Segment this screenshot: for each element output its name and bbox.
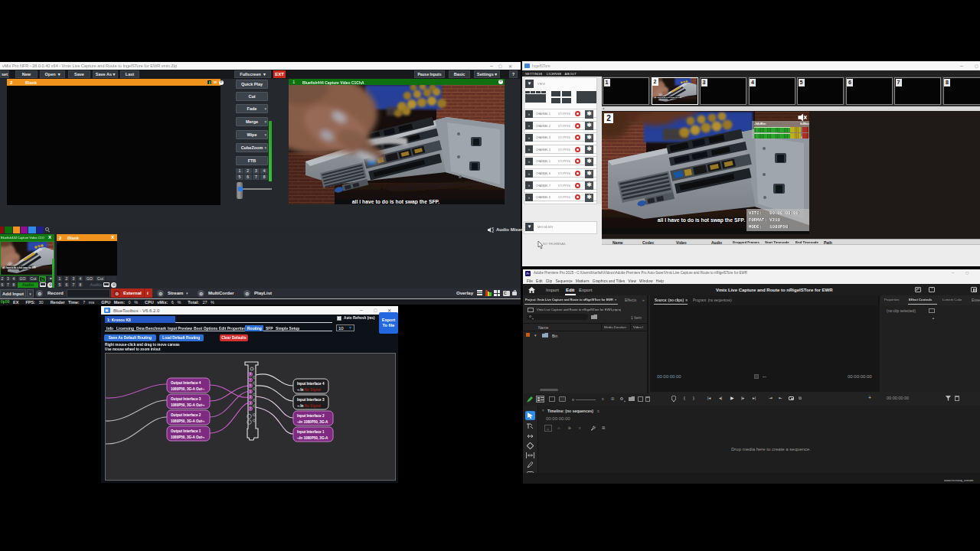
svg-text:8: 8 bbox=[250, 373, 251, 376]
svg-text:Input Interface 1: Input Interface 1 bbox=[297, 430, 325, 434]
svg-text:1080P50, 3G-A Out-›: 1080P50, 3G-A Out-› bbox=[171, 387, 204, 391]
svg-text:all I have to do is hot swap t: all I have to do is hot swap the SFP. bbox=[352, 199, 439, 204]
svg-text:Output Interface 1: Output Interface 1 bbox=[171, 429, 201, 433]
svg-text:1080P50, 3G-A Out-›: 1080P50, 3G-A Out-› bbox=[171, 435, 204, 439]
svg-text:3: 3 bbox=[250, 402, 251, 405]
svg-text:5: 5 bbox=[250, 390, 251, 393]
svg-text:Input Interface 3: Input Interface 3 bbox=[297, 398, 325, 402]
svg-text:Input Interface 2: Input Interface 2 bbox=[297, 414, 325, 418]
svg-text:-›In 1080P50, 3G-A: -›In 1080P50, 3G-A bbox=[297, 420, 328, 424]
svg-text:all I have to do is hot swap t: all I have to do is hot swap the SFP. bbox=[658, 217, 745, 223]
svg-text:1080P50, 3G-A Out-›: 1080P50, 3G-A Out-› bbox=[171, 419, 204, 423]
svg-text:7: 7 bbox=[250, 379, 251, 382]
svg-text:-› In No Signal: -› In No Signal bbox=[297, 404, 321, 408]
svg-text:6: 6 bbox=[250, 384, 251, 387]
svg-text:-› In No Signal: -› In No Signal bbox=[297, 388, 321, 392]
svg-text:all I have to do is hot swap t: all I have to do is hot swap the SFP. bbox=[2, 266, 36, 269]
svg-text:4: 4 bbox=[250, 396, 251, 399]
svg-text:Output Interface 2: Output Interface 2 bbox=[171, 413, 201, 417]
svg-text:-›In 1080P50, 3G-A: -›In 1080P50, 3G-A bbox=[297, 436, 328, 440]
svg-text:Output Interface 3: Output Interface 3 bbox=[171, 397, 201, 401]
svg-text:1080P50, 3G-A Out-›: 1080P50, 3G-A Out-› bbox=[171, 403, 204, 407]
svg-text:Output Interface 4: Output Interface 4 bbox=[171, 381, 201, 385]
svg-text:2: 2 bbox=[250, 407, 251, 410]
svg-text:Input Interface 4: Input Interface 4 bbox=[297, 382, 325, 386]
